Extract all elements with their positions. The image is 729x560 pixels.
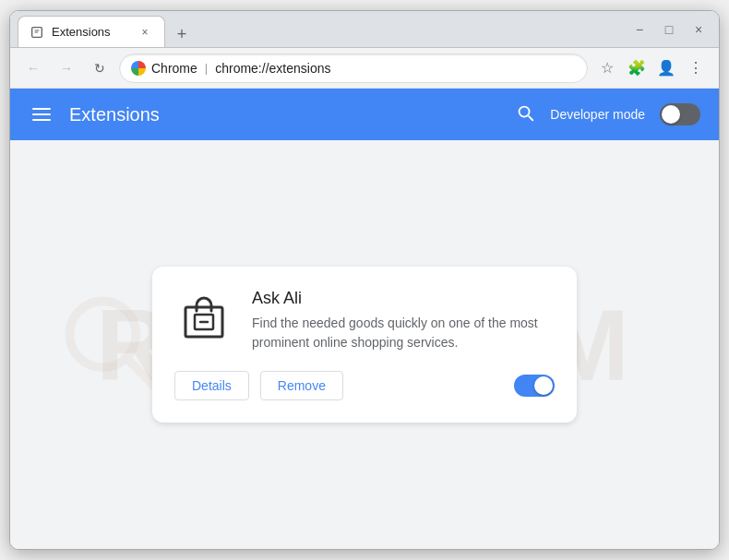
close-button[interactable]: × xyxy=(686,17,711,42)
address-path: chrome://extensions xyxy=(215,61,330,76)
toolbar-icons: ☆ 🧩 👤 ⋮ xyxy=(593,54,710,82)
extension-info: Ask Ali Find the needed goods quickly on… xyxy=(252,289,555,352)
card-top: Ask Ali Find the needed goods quickly on… xyxy=(174,289,555,352)
address-site: Chrome xyxy=(151,61,197,76)
extensions-button[interactable]: 🧩 xyxy=(623,54,651,82)
toolbar: ← → ↻ Chrome | chrome://extensions ☆ 🧩 👤… xyxy=(10,48,719,89)
title-bar: Extensions × + − □ × xyxy=(10,11,719,48)
new-tab-button[interactable]: + xyxy=(169,21,195,47)
browser-window: Extensions × + − □ × ← → ↻ Chrome | chro… xyxy=(9,10,720,550)
chrome-icon xyxy=(131,61,146,76)
tab-favicon xyxy=(30,25,44,40)
details-button[interactable]: Details xyxy=(174,371,249,400)
tab-area: Extensions × + xyxy=(18,11,614,47)
forward-button[interactable]: → xyxy=(53,54,80,82)
extension-name: Ask Ali xyxy=(252,289,555,308)
back-button[interactable]: ← xyxy=(19,54,47,82)
maximize-button[interactable]: □ xyxy=(656,17,682,42)
dev-mode-label: Developer mode xyxy=(550,107,645,122)
profile-button[interactable]: 👤 xyxy=(652,54,680,82)
refresh-button[interactable]: ↻ xyxy=(86,54,114,82)
card-bottom: Details Remove xyxy=(174,371,555,400)
header-left: Extensions xyxy=(29,104,160,125)
extension-card: Ask Ali Find the needed goods quickly on… xyxy=(152,267,577,423)
search-button[interactable] xyxy=(515,102,535,127)
extension-description: Find the needed goods quickly on one of … xyxy=(252,314,555,352)
bookmark-button[interactable]: ☆ xyxy=(593,54,621,82)
tab-title: Extensions xyxy=(52,25,129,39)
svg-point-1 xyxy=(69,301,136,367)
extension-toggle[interactable] xyxy=(514,375,555,397)
active-tab[interactable]: Extensions × xyxy=(18,16,165,47)
extensions-header: Extensions Developer mode xyxy=(10,89,719,140)
page-title: Extensions xyxy=(69,104,160,125)
window-controls: − □ × xyxy=(627,17,711,42)
address-bar[interactable]: Chrome | chrome://extensions xyxy=(119,54,588,83)
remove-button[interactable]: Remove xyxy=(260,371,343,400)
extension-toggle-knob xyxy=(534,376,553,395)
minimize-button[interactable]: − xyxy=(627,17,652,42)
header-right: Developer mode xyxy=(515,102,700,127)
toggle-knob xyxy=(662,105,680,124)
menu-button[interactable]: ⋮ xyxy=(682,54,710,82)
extension-icon xyxy=(174,289,233,348)
hamburger-button[interactable] xyxy=(29,104,54,125)
watermark-icon xyxy=(56,288,167,402)
main-content: RISK.COM Ask Ali Find the needed goods q… xyxy=(10,140,719,549)
site-info: Chrome | chrome://extensions xyxy=(131,61,330,76)
tab-close-button[interactable]: × xyxy=(137,24,153,41)
dev-mode-toggle[interactable] xyxy=(660,103,700,125)
